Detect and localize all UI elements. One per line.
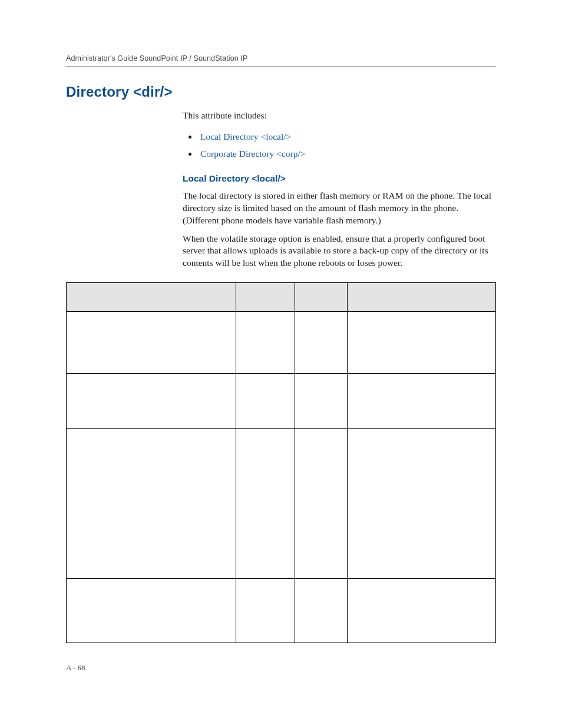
table-header-row (67, 283, 496, 312)
paragraph: When the volatile storage option is enab… (183, 233, 495, 270)
table-cell (236, 374, 295, 429)
table-header-cell (67, 283, 236, 312)
table-row (67, 429, 496, 579)
table-cell (67, 429, 236, 579)
running-header: Administrator's Guide SoundPoint IP / So… (66, 54, 496, 66)
attributes-table (66, 282, 496, 643)
table-cell (348, 374, 496, 429)
table-header-cell (295, 283, 348, 312)
header-rule (66, 66, 496, 67)
table-cell (236, 312, 295, 374)
table-cell (295, 429, 348, 579)
table-cell (295, 374, 348, 429)
section-title: Directory <dir/> (66, 84, 496, 100)
table-row (67, 374, 496, 429)
link-local-directory[interactable]: Local Directory <local/> (200, 131, 291, 141)
table-row (67, 579, 496, 643)
subsection-title: Local Directory <local/> (183, 173, 495, 184)
table-header-cell (348, 283, 496, 312)
table-cell (67, 312, 236, 374)
list-item: Corporate Directory <corp/> (198, 145, 495, 162)
link-list: Local Directory <local/> Corporate Direc… (183, 128, 495, 163)
table-cell (67, 579, 236, 643)
table-cell (236, 429, 295, 579)
table-cell (67, 374, 236, 429)
table-cell (295, 579, 348, 643)
link-corporate-directory[interactable]: Corporate Directory <corp/> (200, 149, 305, 159)
table-cell (348, 579, 496, 643)
intro-text: This attribute includes: (183, 110, 495, 122)
page-number: A - 68 (66, 663, 85, 673)
table-cell (236, 579, 295, 643)
table-cell (348, 312, 496, 374)
table-header-cell (236, 283, 295, 312)
paragraph: The local directory is stored in either … (183, 190, 495, 227)
table-cell (295, 312, 348, 374)
list-item: Local Directory <local/> (198, 128, 495, 145)
table-cell (348, 429, 496, 579)
table-row (67, 312, 496, 374)
